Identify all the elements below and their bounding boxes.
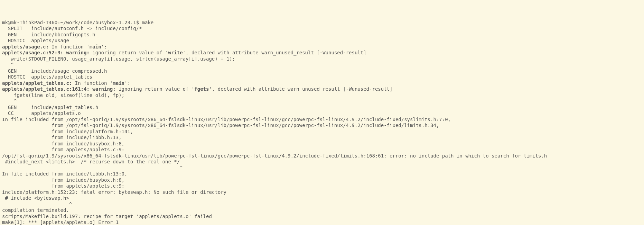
terminal-segment: applets/applet_tables.c:	[2, 80, 72, 86]
terminal-line: mk@mk-ThinkPad-T460:~/work/code/busybox-…	[2, 20, 642, 26]
terminal-segment: write	[168, 50, 183, 55]
terminal-line: from include/busybox.h:8,	[2, 141, 642, 147]
terminal-segment: ':	[124, 80, 130, 86]
terminal-line: ^	[2, 165, 642, 171]
terminal-segment: fgets	[194, 86, 209, 92]
terminal-line: /opt/fsl-qoriq/1.9/sysroots/x86_64-fslsd…	[2, 153, 642, 159]
terminal-line: from include/platform.h:141,	[2, 129, 642, 135]
terminal-line: CC applets/applets.o	[2, 110, 642, 117]
terminal-line: from applets/applets.c:9:	[2, 183, 642, 189]
terminal-segment: applets/usage.c:	[2, 44, 49, 50]
terminal-line: GEN include/bbconfigopts.h	[2, 32, 642, 38]
terminal-segment: ignoring return value of '	[116, 86, 195, 92]
terminal-line: applets/applet_tables.c: In function 'ma…	[2, 80, 642, 87]
terminal-segment: ', declared with attribute warn_unused_r…	[209, 86, 392, 92]
terminal-line: scripts/Makefile.build:197: recipe for t…	[2, 214, 642, 220]
terminal-line: from include/libbb.h:13,	[2, 135, 642, 141]
terminal-segment: main	[90, 44, 101, 50]
terminal-segment: ', declared with attribute warn_unused_r…	[183, 50, 366, 55]
terminal-segment: main	[113, 80, 124, 86]
terminal-line: ^	[2, 98, 642, 105]
terminal-line: applets/usage.c:52:3: warning: ignoring …	[2, 50, 642, 56]
terminal-line: #include_next <limits.h> /* recurse down…	[2, 159, 642, 165]
terminal-segment: In function '	[49, 44, 90, 50]
terminal-line: HOSTCC applets/applet_tables	[2, 74, 642, 80]
terminal-segment: In function '	[72, 80, 113, 86]
terminal-output: mk@mk-ThinkPad-T460:~/work/code/busybox-…	[2, 20, 642, 225]
terminal-line: HOSTCC applets/usage	[2, 38, 642, 44]
terminal-line: from include/busybox.h:8,	[2, 177, 642, 183]
terminal-line: applets/applet_tables.c:161:4: warning: …	[2, 86, 642, 92]
terminal-line: from applets/applets.c:9:	[2, 147, 642, 153]
terminal-line: fgets(line_old, sizeof(line_old), fp);	[2, 92, 642, 99]
terminal-line: applets/usage.c: In function 'main':	[2, 44, 642, 50]
terminal-line: ^	[2, 201, 642, 208]
terminal-line: SPLIT include/autoconf.h -> include/conf…	[2, 26, 642, 32]
terminal-line: compilation terminated.	[2, 207, 642, 214]
terminal-line: make[1]: *** [applets/applets.o] Error 1	[2, 219, 642, 225]
terminal-line: ^	[2, 62, 642, 68]
terminal-line: GEN include/usage_compressed.h	[2, 68, 642, 74]
terminal-segment: warning:	[66, 50, 89, 55]
terminal-segment: ':	[101, 44, 107, 50]
terminal-line: write(STDOUT_FILENO, usage_array[i].usag…	[2, 56, 642, 62]
terminal-line: from /opt/fsl-qoriq/1.9/sysroots/x86_64-…	[2, 123, 642, 129]
terminal-segment: applets/applet_tables.c:161:4:	[2, 86, 92, 92]
terminal-line: In file included from /opt/fsl-qoriq/1.9…	[2, 117, 642, 123]
terminal-line: include/platform.h:152:23: fatal error: …	[2, 189, 642, 196]
terminal-line: In file included from include/libbb.h:13…	[2, 171, 642, 177]
terminal-segment: ignoring return value of '	[90, 50, 168, 55]
terminal-segment: warning:	[92, 86, 115, 92]
terminal-line: GEN include/applet_tables.h	[2, 105, 642, 111]
terminal-line: # include <byteswap.h>	[2, 195, 642, 201]
terminal-segment: applets/usage.c:52:3:	[2, 50, 66, 55]
